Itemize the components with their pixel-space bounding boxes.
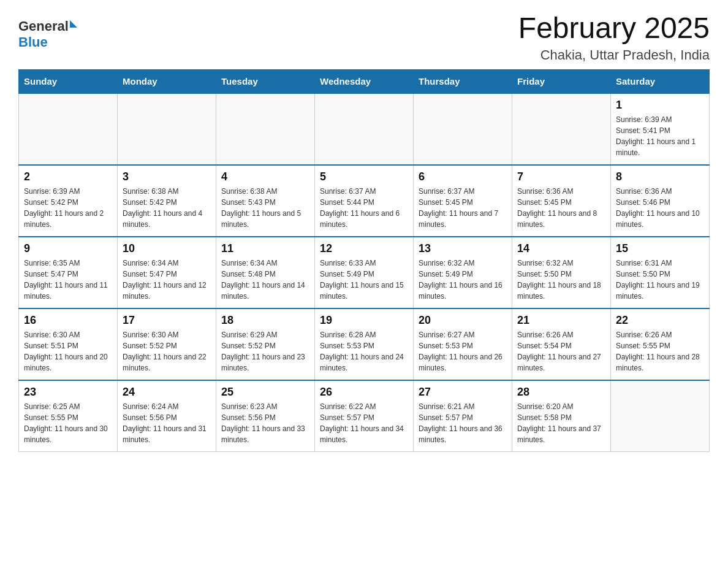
day-number: 13 xyxy=(419,242,507,255)
day-info: Sunrise: 6:32 AMSunset: 5:49 PMDaylight:… xyxy=(419,258,507,302)
day-info: Sunrise: 6:26 AMSunset: 5:54 PMDaylight:… xyxy=(517,329,605,373)
day-info: Sunrise: 6:27 AMSunset: 5:53 PMDaylight:… xyxy=(419,329,507,373)
day-number: 5 xyxy=(320,170,408,183)
calendar-table: SundayMondayTuesdayWednesdayThursdayFrid… xyxy=(18,69,710,452)
day-info: Sunrise: 6:22 AMSunset: 5:57 PMDaylight:… xyxy=(320,401,408,445)
day-number: 22 xyxy=(616,314,704,327)
day-number: 18 xyxy=(221,314,309,327)
day-info: Sunrise: 6:24 AMSunset: 5:56 PMDaylight:… xyxy=(123,401,211,445)
calendar-cell: 12Sunrise: 6:33 AMSunset: 5:49 PMDayligh… xyxy=(315,237,414,308)
day-info: Sunrise: 6:30 AMSunset: 5:52 PMDaylight:… xyxy=(123,329,211,373)
page-header: General Blue February 2025 Chakia, Uttar… xyxy=(18,12,710,63)
calendar-cell: 4Sunrise: 6:38 AMSunset: 5:43 PMDaylight… xyxy=(216,165,315,237)
calendar-week-row: 1Sunrise: 6:39 AMSunset: 5:41 PMDaylight… xyxy=(19,93,710,165)
calendar-cell: 24Sunrise: 6:24 AMSunset: 5:56 PMDayligh… xyxy=(118,380,216,452)
calendar-cell: 28Sunrise: 6:20 AMSunset: 5:58 PMDayligh… xyxy=(512,380,611,452)
calendar-cell: 15Sunrise: 6:31 AMSunset: 5:50 PMDayligh… xyxy=(611,237,710,308)
calendar-cell xyxy=(512,93,611,165)
day-header-wednesday: Wednesday xyxy=(315,69,414,93)
day-number: 6 xyxy=(419,170,507,183)
calendar-cell: 2Sunrise: 6:39 AMSunset: 5:42 PMDaylight… xyxy=(19,165,118,237)
day-number: 17 xyxy=(123,314,211,327)
calendar-cell: 19Sunrise: 6:28 AMSunset: 5:53 PMDayligh… xyxy=(315,308,414,380)
calendar-cell xyxy=(414,93,512,165)
day-info: Sunrise: 6:26 AMSunset: 5:55 PMDaylight:… xyxy=(616,329,704,373)
day-number: 26 xyxy=(320,386,408,399)
day-info: Sunrise: 6:29 AMSunset: 5:52 PMDaylight:… xyxy=(221,329,309,373)
calendar-header-row: SundayMondayTuesdayWednesdayThursdayFrid… xyxy=(19,69,710,93)
day-info: Sunrise: 6:32 AMSunset: 5:50 PMDaylight:… xyxy=(517,258,605,302)
calendar-cell xyxy=(315,93,414,165)
day-info: Sunrise: 6:34 AMSunset: 5:47 PMDaylight:… xyxy=(123,258,211,302)
day-number: 10 xyxy=(123,242,211,255)
day-number: 15 xyxy=(616,242,704,255)
calendar-cell: 17Sunrise: 6:30 AMSunset: 5:52 PMDayligh… xyxy=(118,308,216,380)
calendar-cell: 26Sunrise: 6:22 AMSunset: 5:57 PMDayligh… xyxy=(315,380,414,452)
day-number: 16 xyxy=(24,314,112,327)
calendar-cell: 25Sunrise: 6:23 AMSunset: 5:56 PMDayligh… xyxy=(216,380,315,452)
day-info: Sunrise: 6:36 AMSunset: 5:46 PMDaylight:… xyxy=(616,186,704,230)
day-info: Sunrise: 6:28 AMSunset: 5:53 PMDaylight:… xyxy=(320,329,408,373)
month-title: February 2025 xyxy=(518,12,710,45)
calendar-week-row: 2Sunrise: 6:39 AMSunset: 5:42 PMDaylight… xyxy=(19,165,710,237)
day-header-sunday: Sunday xyxy=(19,69,118,93)
day-info: Sunrise: 6:34 AMSunset: 5:48 PMDaylight:… xyxy=(221,258,309,302)
calendar-cell: 27Sunrise: 6:21 AMSunset: 5:57 PMDayligh… xyxy=(414,380,512,452)
calendar-cell: 14Sunrise: 6:32 AMSunset: 5:50 PMDayligh… xyxy=(512,237,611,308)
day-number: 3 xyxy=(123,170,211,183)
day-number: 11 xyxy=(221,242,309,255)
day-info: Sunrise: 6:38 AMSunset: 5:43 PMDaylight:… xyxy=(221,186,309,230)
day-info: Sunrise: 6:35 AMSunset: 5:47 PMDaylight:… xyxy=(24,258,112,302)
calendar-cell: 9Sunrise: 6:35 AMSunset: 5:47 PMDaylight… xyxy=(19,237,118,308)
calendar-cell xyxy=(19,93,118,165)
calendar-cell: 13Sunrise: 6:32 AMSunset: 5:49 PMDayligh… xyxy=(414,237,512,308)
day-number: 27 xyxy=(419,386,507,399)
location-title: Chakia, Uttar Pradesh, India xyxy=(518,47,710,63)
logo-general-text: General xyxy=(18,18,69,34)
calendar-cell: 8Sunrise: 6:36 AMSunset: 5:46 PMDaylight… xyxy=(611,165,710,237)
day-number: 1 xyxy=(616,99,704,112)
day-header-saturday: Saturday xyxy=(611,69,710,93)
calendar-cell: 18Sunrise: 6:29 AMSunset: 5:52 PMDayligh… xyxy=(216,308,315,380)
logo-arrow-icon xyxy=(70,20,77,28)
calendar-cell: 5Sunrise: 6:37 AMSunset: 5:44 PMDaylight… xyxy=(315,165,414,237)
calendar-cell: 23Sunrise: 6:25 AMSunset: 5:55 PMDayligh… xyxy=(19,380,118,452)
day-info: Sunrise: 6:31 AMSunset: 5:50 PMDaylight:… xyxy=(616,258,704,302)
calendar-cell: 1Sunrise: 6:39 AMSunset: 5:41 PMDaylight… xyxy=(611,93,710,165)
logo-blue-text: Blue xyxy=(18,34,77,50)
day-number: 12 xyxy=(320,242,408,255)
calendar-cell: 21Sunrise: 6:26 AMSunset: 5:54 PMDayligh… xyxy=(512,308,611,380)
day-info: Sunrise: 6:33 AMSunset: 5:49 PMDaylight:… xyxy=(320,258,408,302)
calendar-cell: 20Sunrise: 6:27 AMSunset: 5:53 PMDayligh… xyxy=(414,308,512,380)
logo: General Blue xyxy=(18,12,77,50)
calendar-cell xyxy=(216,93,315,165)
calendar-week-row: 23Sunrise: 6:25 AMSunset: 5:55 PMDayligh… xyxy=(19,380,710,452)
day-info: Sunrise: 6:38 AMSunset: 5:42 PMDaylight:… xyxy=(123,186,211,230)
calendar-week-row: 9Sunrise: 6:35 AMSunset: 5:47 PMDaylight… xyxy=(19,237,710,308)
day-info: Sunrise: 6:39 AMSunset: 5:42 PMDaylight:… xyxy=(24,186,112,230)
day-header-thursday: Thursday xyxy=(414,69,512,93)
calendar-cell: 6Sunrise: 6:37 AMSunset: 5:45 PMDaylight… xyxy=(414,165,512,237)
day-info: Sunrise: 6:39 AMSunset: 5:41 PMDaylight:… xyxy=(616,114,704,158)
calendar-cell xyxy=(118,93,216,165)
calendar-cell: 7Sunrise: 6:36 AMSunset: 5:45 PMDaylight… xyxy=(512,165,611,237)
day-number: 28 xyxy=(517,386,605,399)
day-info: Sunrise: 6:37 AMSunset: 5:44 PMDaylight:… xyxy=(320,186,408,230)
calendar-cell: 10Sunrise: 6:34 AMSunset: 5:47 PMDayligh… xyxy=(118,237,216,308)
day-number: 7 xyxy=(517,170,605,183)
calendar-week-row: 16Sunrise: 6:30 AMSunset: 5:51 PMDayligh… xyxy=(19,308,710,380)
day-info: Sunrise: 6:21 AMSunset: 5:57 PMDaylight:… xyxy=(419,401,507,445)
day-number: 19 xyxy=(320,314,408,327)
day-number: 8 xyxy=(616,170,704,183)
calendar-cell: 22Sunrise: 6:26 AMSunset: 5:55 PMDayligh… xyxy=(611,308,710,380)
day-number: 4 xyxy=(221,170,309,183)
day-number: 20 xyxy=(419,314,507,327)
day-info: Sunrise: 6:23 AMSunset: 5:56 PMDaylight:… xyxy=(221,401,309,445)
day-number: 9 xyxy=(24,242,112,255)
day-header-friday: Friday xyxy=(512,69,611,93)
day-number: 2 xyxy=(24,170,112,183)
day-info: Sunrise: 6:36 AMSunset: 5:45 PMDaylight:… xyxy=(517,186,605,230)
calendar-cell: 16Sunrise: 6:30 AMSunset: 5:51 PMDayligh… xyxy=(19,308,118,380)
day-info: Sunrise: 6:30 AMSunset: 5:51 PMDaylight:… xyxy=(24,329,112,373)
calendar-cell: 3Sunrise: 6:38 AMSunset: 5:42 PMDaylight… xyxy=(118,165,216,237)
